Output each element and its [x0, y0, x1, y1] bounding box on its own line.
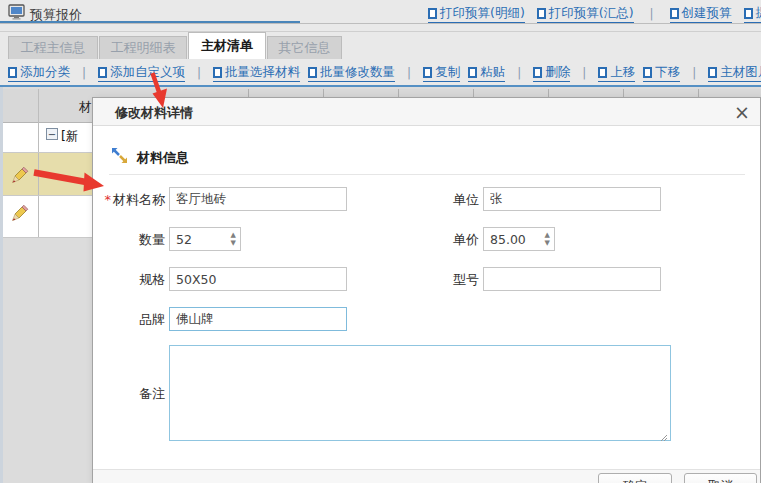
section-resize-arrows-icon — [111, 147, 128, 167]
spin-down-icon[interactable]: ▼ — [231, 239, 236, 247]
edit-material-dialog: 修改材料详情 × 材料信息 *材料名称 单位 数量 ▲ ▼ 单价 ▲ — [92, 97, 761, 483]
column-divider — [248, 89, 249, 97]
tab-project-detail[interactable]: 工程明细表 — [99, 36, 187, 59]
row-divider — [3, 237, 92, 238]
dialog-titlebar — [93, 98, 760, 126]
doc-icon — [533, 67, 542, 78]
row-divider — [3, 152, 92, 153]
textarea-resize-handle[interactable] — [658, 430, 668, 440]
tab-main-material-list[interactable]: 主材清单 — [188, 32, 266, 59]
spec-field[interactable] — [169, 267, 347, 291]
batch-modify-qty-link[interactable]: 批量修改数量 — [308, 64, 395, 82]
collapse-group-icon[interactable]: − — [46, 128, 58, 140]
material-image-link[interactable]: 主材图片 — [708, 64, 761, 82]
paste-link[interactable]: 粘贴 — [468, 64, 505, 82]
doc-icon — [670, 8, 679, 19]
group-row-label: [新 — [61, 128, 78, 145]
material-name-field[interactable] — [169, 187, 347, 211]
required-mark: * — [105, 192, 112, 207]
batch-select-material-link[interactable]: 批量选择材料 — [213, 64, 300, 82]
column-divider — [548, 89, 549, 97]
extract-budget-link[interactable]: 提取预算 — [744, 5, 761, 23]
pencil-icon — [9, 163, 31, 185]
section-divider — [109, 174, 745, 175]
copy-link[interactable]: 复制 — [423, 64, 460, 82]
close-icon[interactable]: × — [734, 99, 750, 125]
model-label: 型号 — [393, 271, 479, 289]
unit-label: 单位 — [393, 191, 479, 209]
edit-row-button[interactable] — [9, 163, 33, 187]
tab-other-info[interactable]: 其它信息 — [267, 36, 342, 59]
doc-icon — [8, 67, 17, 78]
remarks-field[interactable] — [169, 345, 671, 441]
model-field[interactable] — [483, 267, 661, 291]
spin-up-icon[interactable]: ▲ — [231, 231, 236, 239]
remarks-label: 备注 — [93, 385, 165, 403]
column-divider — [38, 89, 39, 238]
doc-icon — [537, 8, 546, 19]
doc-icon — [468, 67, 477, 78]
app-window: 预算报价 打印预算(明细) 打印预算(汇总) | 创建预算 提取预算 工程主信息… — [0, 0, 761, 483]
header-actions: 打印预算(明细) 打印预算(汇总) | 创建预算 提取预算 — [428, 5, 761, 23]
divider — [0, 23, 761, 24]
dialog-title: 修改材料详情 — [115, 104, 193, 122]
unit-price-stepper: ▲ ▼ — [483, 227, 555, 251]
quantity-stepper: ▲ ▼ — [169, 227, 241, 251]
print-budget-summary-link[interactable]: 打印预算(汇总) — [537, 5, 634, 23]
move-down-link[interactable]: 下移 — [643, 64, 680, 82]
quantity-label: 数量 — [93, 231, 165, 249]
move-up-link[interactable]: 上移 — [598, 64, 635, 82]
doc-icon — [98, 67, 107, 78]
section-title: 材料信息 — [137, 149, 189, 167]
column-divider — [623, 89, 624, 97]
create-budget-link[interactable]: 创建预算 — [670, 5, 732, 23]
unit-field[interactable] — [483, 187, 661, 211]
separator: | — [513, 66, 525, 80]
spec-label: 规格 — [93, 271, 165, 289]
add-category-link[interactable]: 添加分类 — [8, 64, 70, 82]
doc-icon — [213, 67, 222, 78]
spin-up-icon[interactable]: ▲ — [545, 231, 550, 239]
doc-icon — [708, 67, 717, 78]
delete-link[interactable]: 删除 — [533, 64, 570, 82]
doc-icon — [428, 8, 437, 19]
unit-price-label: 单价 — [393, 231, 479, 249]
separator: | — [578, 66, 590, 80]
separator: | — [403, 66, 415, 80]
separator: | — [646, 7, 658, 21]
pencil-icon — [9, 201, 31, 223]
brand-field[interactable] — [169, 307, 347, 331]
divider — [0, 31, 761, 32]
tab-project-main-info[interactable]: 工程主信息 — [8, 36, 98, 59]
doc-icon — [598, 67, 607, 78]
material-name-label: *材料名称 — [93, 191, 165, 209]
doc-icon — [643, 67, 652, 78]
doc-icon — [744, 8, 753, 19]
column-divider — [398, 89, 399, 97]
ok-button[interactable]: 确定 — [598, 473, 672, 483]
doc-icon — [423, 67, 432, 78]
column-divider — [323, 89, 324, 97]
cancel-button[interactable]: 取消 — [684, 473, 757, 483]
column-divider — [698, 89, 699, 97]
add-custom-item-link[interactable]: 添加自定义项 — [98, 64, 185, 82]
edit-row-button[interactable] — [9, 201, 33, 225]
spin-down-icon[interactable]: ▼ — [545, 239, 550, 247]
table-header-cell: 材 — [79, 99, 92, 116]
brand-label: 品牌 — [93, 311, 165, 329]
doc-icon — [308, 67, 317, 78]
column-divider — [473, 89, 474, 97]
separator: | — [688, 66, 700, 80]
separator: | — [78, 66, 90, 80]
separator: | — [193, 66, 205, 80]
row-divider — [3, 195, 92, 196]
print-budget-detail-link[interactable]: 打印预算(明细) — [428, 5, 525, 23]
material-toolbar: 添加分类 | 添加自定义项 | 批量选择材料 批量修改数量 | 复制 粘贴 | … — [8, 64, 761, 82]
